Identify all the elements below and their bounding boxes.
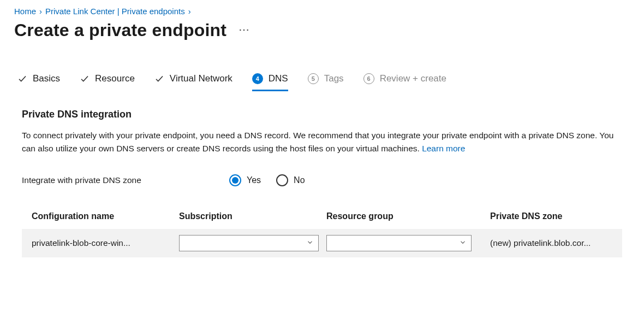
tab-resource[interactable]: Resource — [80, 73, 135, 91]
radio-label: Yes — [247, 175, 261, 185]
tab-review-create[interactable]: 6 Review + create — [363, 73, 446, 91]
step-number-icon: 4 — [252, 73, 263, 84]
table-header: Configuration name Subscription Resource… — [22, 211, 622, 229]
tab-virtual-network[interactable]: Virtual Network — [154, 73, 232, 91]
resource-group-dropdown[interactable] — [326, 235, 472, 251]
learn-more-link[interactable]: Learn more — [422, 144, 465, 153]
th-subscription: Subscription — [179, 211, 326, 221]
section-description: To connect privately with your private e… — [22, 129, 622, 156]
th-configuration-name: Configuration name — [32, 211, 179, 221]
table-row: privatelink-blob-core-win... — [22, 229, 622, 257]
tab-tags[interactable]: 5 Tags — [308, 73, 344, 91]
cell-configuration-name: privatelink-blob-core-win... — [32, 238, 179, 248]
wizard-steps: Basics Resource Virtual Network 4 DNS 5 … — [14, 57, 630, 91]
step-number-icon: 5 — [308, 73, 319, 84]
check-icon — [17, 74, 27, 84]
integrate-label: Integrate with private DNS zone — [22, 175, 229, 185]
description-text: To connect privately with your private e… — [22, 131, 613, 154]
integrate-radio-group: Yes No — [229, 174, 305, 186]
more-actions-icon[interactable]: ⋯ — [238, 23, 251, 36]
tab-label: Review + create — [380, 73, 446, 84]
radio-label: No — [294, 175, 305, 185]
dns-zone-table: Configuration name Subscription Resource… — [22, 211, 622, 257]
tab-label: Resource — [95, 73, 135, 84]
radio-no[interactable]: No — [276, 174, 305, 186]
radio-icon — [229, 174, 241, 186]
radio-yes[interactable]: Yes — [229, 174, 261, 186]
tab-dns[interactable]: 4 DNS — [252, 73, 288, 91]
chevron-down-icon — [306, 239, 314, 248]
section-title-private-dns-integration: Private DNS integration — [22, 109, 622, 120]
chevron-down-icon — [459, 239, 467, 248]
tab-basics[interactable]: Basics — [17, 73, 60, 91]
tab-label: Basics — [33, 73, 60, 84]
th-private-dns-zone: Private DNS zone — [490, 211, 622, 221]
cell-private-dns-zone: (new) privatelink.blob.cor... — [490, 238, 622, 248]
page-title: Create a private endpoint — [14, 20, 226, 40]
chevron-right-icon: › — [39, 7, 42, 16]
subscription-dropdown[interactable] — [179, 235, 319, 251]
check-icon — [154, 74, 164, 84]
th-resource-group: Resource group — [326, 211, 490, 221]
tab-label: DNS — [269, 73, 288, 84]
step-number-icon: 6 — [363, 73, 374, 84]
tab-label: Virtual Network — [170, 73, 232, 84]
check-icon — [80, 74, 90, 84]
breadcrumb: Home › Private Link Center | Private end… — [14, 4, 630, 16]
chevron-right-icon: › — [188, 7, 191, 16]
breadcrumb-private-link-center[interactable]: Private Link Center | Private endpoints — [45, 7, 185, 16]
tab-label: Tags — [324, 73, 344, 84]
breadcrumb-home[interactable]: Home — [14, 7, 36, 16]
radio-icon — [276, 174, 288, 186]
